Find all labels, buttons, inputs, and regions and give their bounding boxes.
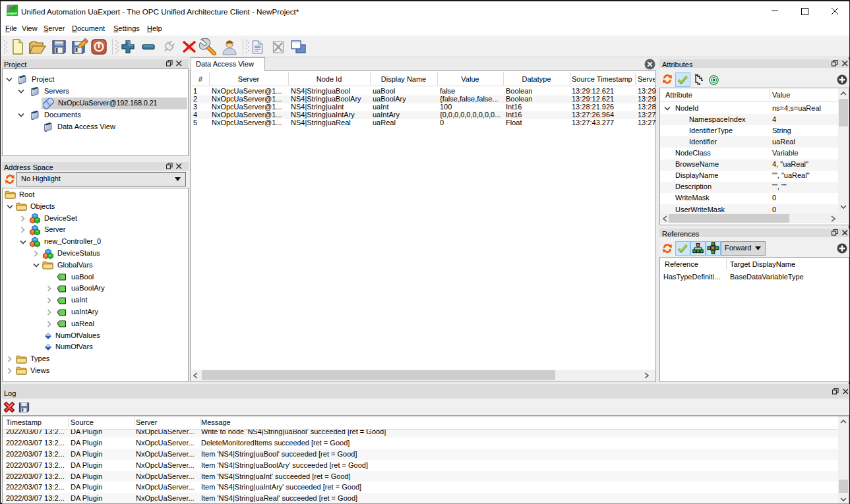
svg-text:expert: expert [7,11,17,15]
svg-text:UA: UA [9,5,16,10]
